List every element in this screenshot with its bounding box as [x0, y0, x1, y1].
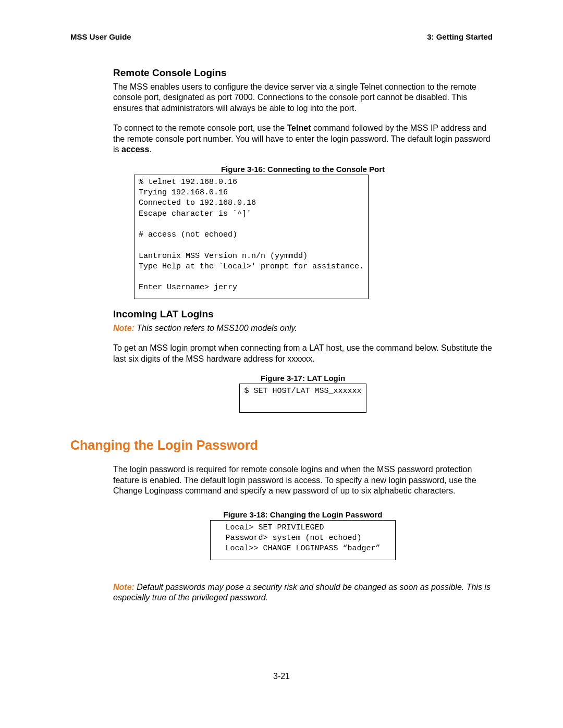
figure-caption-3-18: Figure 3-18: Changing the Login Password	[113, 510, 493, 519]
page-header: MSS User Guide 3: Getting Started	[70, 32, 493, 41]
paragraph: The login password is required for remot…	[113, 464, 493, 496]
figure-caption-3-17: Figure 3-17: LAT Login	[113, 374, 493, 382]
heading-changing-login-password: Changing the Login Password	[70, 438, 493, 453]
paragraph: To connect to the remote console port, u…	[113, 123, 493, 155]
code-block-3-17: $ SET HOST/LAT MSS_xxxxxx	[239, 384, 366, 413]
paragraph: The MSS enables users to configure the d…	[113, 82, 493, 114]
paragraph: To get an MSS login prompt when connecti…	[113, 343, 493, 364]
header-right: 3: Getting Started	[427, 32, 493, 41]
code-block-3-18: Local> SET PRIVILEGED Password> system (…	[210, 520, 395, 560]
header-left: MSS User Guide	[70, 32, 131, 41]
figure-caption-3-16: Figure 3-16: Connecting to the Console P…	[113, 165, 493, 174]
note-paragraph: Note: Default passwords may pose a secur…	[113, 582, 493, 603]
note-paragraph: Note: This section refers to MSS100 mode…	[113, 323, 493, 334]
heading-incoming-lat-logins: Incoming LAT Logins	[113, 309, 493, 320]
page-number: 3-21	[0, 672, 563, 681]
code-block-3-16: % telnet 192.168.0.16 Trying 192.168.0.1…	[134, 175, 369, 299]
heading-remote-console-logins: Remote Console Logins	[113, 67, 493, 79]
